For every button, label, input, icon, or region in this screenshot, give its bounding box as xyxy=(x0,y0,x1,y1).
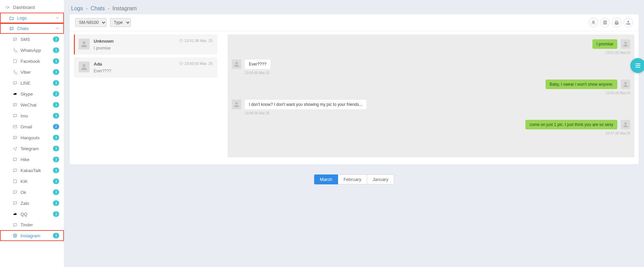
nav-logs[interactable]: Logs xyxy=(0,13,64,23)
badge: 3 xyxy=(53,91,59,97)
sidebar-item-label: Gmail xyxy=(21,124,32,129)
sidebar-item-label: WhatsApp xyxy=(21,48,41,53)
badge: 3 xyxy=(53,179,59,184)
conversation-name: Unknown xyxy=(94,39,179,44)
conversation-preview: Ever???? xyxy=(94,69,179,73)
badge: 2 xyxy=(53,124,59,129)
breadcrumb-current: Instagram xyxy=(112,5,137,11)
main: Logs - Chats - Instagram SM-N9100 Type xyxy=(64,0,644,267)
avatar xyxy=(621,80,630,89)
telegram-icon xyxy=(12,146,18,151)
avatar xyxy=(79,61,90,72)
badge: 3 xyxy=(53,211,59,217)
sidebar-item-label: WeChat xyxy=(21,102,37,108)
conversation-item[interactable]: AdaEver????23:50:50 Mar. 25 xyxy=(74,57,217,78)
conversation-name: Ada xyxy=(94,61,179,67)
conversation-time: 23:51:36 Mar. 25 xyxy=(179,39,213,43)
nav-chats[interactable]: Chats xyxy=(0,23,64,34)
sidebar-item-gmail[interactable]: Gmail2 xyxy=(0,121,64,132)
badge: 3 xyxy=(53,135,59,140)
nav-dashboard-label: Dashboard xyxy=(13,5,35,10)
sidebar-item-wechat[interactable]: WeChat3 xyxy=(0,99,64,110)
message-time: 23:50:50 Mar.25 xyxy=(245,71,630,75)
chevron-down-icon xyxy=(56,15,59,20)
breadcrumb-chats[interactable]: Chats xyxy=(91,5,105,11)
sidebar-item-qq[interactable]: QQ3 xyxy=(0,209,64,220)
whatsapp-icon xyxy=(12,48,18,53)
message-row: come on just 1 pic. I just think you are… xyxy=(232,120,630,129)
sidebar: Dashboard Logs Chats SMS3WhatsApp3Facebo… xyxy=(0,0,64,267)
sidebar-item-ok[interactable]: Ok3 xyxy=(0,187,64,198)
avatar xyxy=(621,120,630,129)
chevron-down-icon xyxy=(56,26,59,31)
sidebar-item-telegram[interactable]: Telegram3 xyxy=(0,143,64,154)
zalo-icon xyxy=(12,201,18,206)
month-march[interactable]: March xyxy=(314,174,338,184)
sidebar-item-hike[interactable]: Hike3 xyxy=(0,154,64,165)
sidebar-item-kakaotalk[interactable]: KakaoTalk3 xyxy=(0,165,64,176)
badge: 3 xyxy=(53,200,59,206)
conversation-list: UnknownI promise23:51:36 Mar. 25AdaEver?… xyxy=(74,34,217,157)
conversation-item[interactable]: UnknownI promise23:51:36 Mar. 25 xyxy=(74,34,217,55)
sidebar-item-kik[interactable]: KIK3 xyxy=(0,176,64,187)
month-february[interactable]: February xyxy=(338,174,367,184)
badge: 3 xyxy=(53,113,59,118)
badge: 3 xyxy=(53,189,59,195)
device-select[interactable]: SM-N9100 xyxy=(75,18,107,27)
list-button[interactable] xyxy=(600,18,610,27)
sidebar-item-label: KIK xyxy=(21,179,28,184)
sidebar-item-skype[interactable]: Skype3 xyxy=(0,88,64,99)
badge: 3 xyxy=(53,37,59,42)
user-button[interactable] xyxy=(589,18,598,27)
print-button[interactable] xyxy=(612,18,621,27)
gauge-icon xyxy=(5,5,10,10)
message-row: Baby, I swear i won't show anyone. xyxy=(232,80,630,89)
message-row: I promise xyxy=(232,39,630,49)
sidebar-item-line[interactable]: LINE3 xyxy=(0,78,64,88)
message-bubble: I promise xyxy=(592,39,617,49)
avatar xyxy=(232,100,241,109)
sidebar-item-hangouts[interactable]: Hangouts3 xyxy=(0,132,64,143)
sidebar-item-tinder[interactable]: Tinder xyxy=(0,220,64,230)
sidebar-item-label: Tinder xyxy=(21,222,33,227)
toolbar: SM-N9100 Type xyxy=(70,14,639,31)
menu-fab[interactable] xyxy=(630,58,644,73)
hangouts-icon xyxy=(12,135,18,140)
type-select[interactable]: Type xyxy=(110,18,131,27)
nav-chats-label: Chats xyxy=(17,26,29,31)
sidebar-item-facebook[interactable]: Facebook3 xyxy=(0,56,64,67)
qq-icon xyxy=(12,212,18,216)
imo-icon xyxy=(12,113,18,118)
viber-icon xyxy=(12,70,18,74)
sms-icon xyxy=(12,37,18,42)
sidebar-item-whatsapp[interactable]: WhatsApp3 xyxy=(0,45,64,56)
sidebar-item-label: Instagram xyxy=(21,233,40,238)
kik-icon xyxy=(12,179,18,184)
breadcrumb-logs[interactable]: Logs xyxy=(71,5,83,11)
badge: 3 xyxy=(53,58,59,64)
conversation-preview: I promise xyxy=(94,46,179,51)
sidebar-item-imo[interactable]: Imo3 xyxy=(0,110,64,121)
month-january[interactable]: January xyxy=(367,174,394,184)
sidebar-item-label: Zalo xyxy=(21,201,29,206)
ok-icon xyxy=(12,190,18,195)
skype-icon xyxy=(12,92,18,96)
nav-dashboard[interactable]: Dashboard xyxy=(0,2,64,13)
breadcrumb: Logs - Chats - Instagram xyxy=(70,0,639,14)
message-bubble: Baby, I swear i won't show anyone. xyxy=(546,80,617,89)
message-time: 23:50:28 Mar.25 xyxy=(232,91,630,95)
line-icon xyxy=(12,81,18,85)
sidebar-item-viber[interactable]: Viber3 xyxy=(0,67,64,78)
sidebar-item-zalo[interactable]: Zalo3 xyxy=(0,198,64,209)
sidebar-item-sms[interactable]: SMS3 xyxy=(0,34,64,45)
sidebar-item-label: Imo xyxy=(21,113,28,118)
message-bubble: come on just 1 pic. I just think you are… xyxy=(525,120,617,129)
sidebar-item-label: QQ xyxy=(21,212,27,217)
conversation-time: 23:50:50 Mar. 25 xyxy=(179,61,213,66)
month-nav: MarchFebruaryJanuary xyxy=(70,174,639,184)
export-button[interactable] xyxy=(623,18,633,27)
message-bubble: I don't know? I don't want you showing m… xyxy=(245,100,366,109)
badge: 3 xyxy=(53,146,59,151)
sidebar-item-label: LINE xyxy=(21,81,30,86)
sidebar-item-instagram[interactable]: Instagram3 xyxy=(0,230,64,241)
